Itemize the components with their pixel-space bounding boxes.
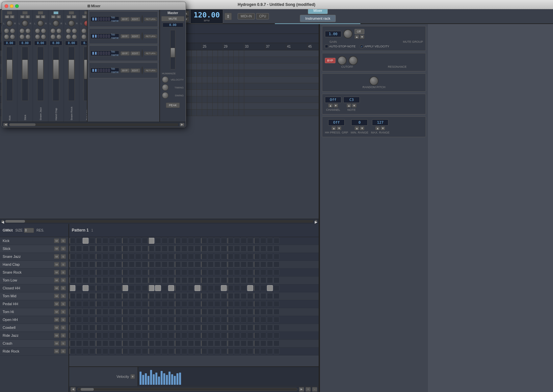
drum-step-14-4[interactable] bbox=[96, 348, 102, 354]
drum-step-6-24[interactable] bbox=[227, 285, 233, 291]
drum-step-8-0[interactable] bbox=[69, 301, 75, 307]
swing-knob[interactable] bbox=[162, 92, 169, 99]
drum-step-6-26[interactable] bbox=[241, 285, 247, 291]
drum-mute-btn-5[interactable]: M bbox=[54, 278, 59, 282]
drum-step-13-15[interactable] bbox=[168, 340, 174, 346]
midi-in-button[interactable]: MIDI-IN bbox=[238, 13, 255, 19]
drum-step-0-17[interactable] bbox=[181, 238, 187, 244]
drum-step-10-5[interactable] bbox=[102, 317, 108, 323]
drum-step-0-11[interactable] bbox=[142, 238, 148, 244]
drum-step-3-30[interactable] bbox=[267, 261, 273, 267]
drum-step-3-31[interactable] bbox=[274, 261, 279, 267]
min-range-up[interactable]: ▲ bbox=[355, 126, 359, 130]
drum-step-5-5[interactable] bbox=[102, 277, 108, 283]
song-cell-9-26[interactable] bbox=[213, 110, 218, 116]
drum-step-12-12[interactable] bbox=[148, 332, 154, 338]
drum-step-5-26[interactable] bbox=[241, 277, 247, 283]
drum-step-13-28[interactable] bbox=[254, 340, 260, 346]
ch-pan-2[interactable] bbox=[37, 20, 44, 27]
song-cell-2-27[interactable] bbox=[218, 63, 223, 70]
drum-step-2-24[interactable] bbox=[227, 254, 233, 259]
drum-step-8-31[interactable] bbox=[274, 301, 279, 307]
drum-solo-btn-9[interactable]: S bbox=[61, 309, 66, 314]
scroll-track-bottom[interactable] bbox=[77, 388, 298, 391]
drum-step-3-25[interactable] bbox=[234, 261, 240, 267]
drum-step-0-15[interactable] bbox=[168, 238, 174, 244]
ch-fader-container-3[interactable] bbox=[53, 47, 59, 101]
drum-step-1-5[interactable] bbox=[102, 246, 108, 252]
ch-knob2-0[interactable] bbox=[10, 28, 15, 34]
drum-step-4-4[interactable] bbox=[96, 269, 102, 275]
drum-mute-btn-3[interactable]: M bbox=[54, 262, 59, 267]
drum-step-8-30[interactable] bbox=[267, 301, 273, 307]
drum-step-13-11[interactable] bbox=[142, 340, 148, 346]
song-cell-2-26[interactable] bbox=[213, 63, 218, 70]
drum-step-5-18[interactable] bbox=[188, 277, 194, 283]
scroll-right-btn[interactable]: ▶ bbox=[315, 220, 317, 223]
drum-step-14-9[interactable] bbox=[129, 348, 135, 354]
ch-mute-5[interactable]: M bbox=[82, 15, 87, 18]
drum-step-4-1[interactable] bbox=[76, 269, 82, 275]
drum-step-5-31[interactable] bbox=[274, 277, 279, 283]
drum-step-7-2[interactable] bbox=[83, 293, 89, 299]
mixer-min-button[interactable] bbox=[10, 4, 13, 8]
ch-knob4-4[interactable] bbox=[72, 34, 77, 39]
drum-step-12-14[interactable] bbox=[162, 332, 168, 338]
song-cell-0-30[interactable] bbox=[234, 50, 239, 57]
drum-step-11-27[interactable] bbox=[247, 325, 253, 331]
song-cell-6-26[interactable] bbox=[213, 90, 218, 96]
song-cell-6-22[interactable] bbox=[192, 90, 197, 96]
drum-step-8-6[interactable] bbox=[109, 301, 115, 307]
drum-step-12-30[interactable] bbox=[267, 332, 273, 338]
drum-step-6-4[interactable] bbox=[96, 285, 102, 291]
song-cell-3-25[interactable] bbox=[207, 70, 213, 76]
song-cell-2-23[interactable] bbox=[197, 63, 202, 70]
max-range-up[interactable]: ▲ bbox=[375, 126, 380, 130]
ch-fader-0[interactable] bbox=[7, 60, 13, 79]
drum-step-0-7[interactable] bbox=[116, 238, 121, 244]
drum-step-9-2[interactable] bbox=[83, 309, 89, 315]
drum-step-5-22[interactable] bbox=[214, 277, 220, 283]
drum-step-0-14[interactable] bbox=[162, 238, 168, 244]
mixer-scroll-track[interactable] bbox=[9, 123, 178, 126]
drum-step-2-20[interactable] bbox=[201, 254, 207, 259]
drum-step-1-13[interactable] bbox=[155, 246, 161, 252]
drum-step-1-21[interactable] bbox=[208, 246, 214, 252]
drum-step-14-23[interactable] bbox=[221, 348, 227, 354]
drum-step-7-1[interactable] bbox=[76, 293, 82, 299]
drum-step-12-26[interactable] bbox=[241, 332, 247, 338]
drum-step-5-9[interactable] bbox=[129, 277, 135, 283]
drum-step-6-25[interactable] bbox=[234, 285, 240, 291]
velocity-bar-4[interactable] bbox=[150, 370, 152, 385]
drum-step-13-16[interactable] bbox=[175, 340, 181, 346]
drum-step-12-29[interactable] bbox=[260, 332, 266, 338]
velocity-bar-7[interactable] bbox=[158, 377, 160, 385]
drum-step-13-20[interactable] bbox=[201, 340, 207, 346]
song-cell-5-21[interactable] bbox=[186, 83, 192, 89]
drum-step-5-16[interactable] bbox=[175, 277, 181, 283]
ch-pan-5[interactable] bbox=[84, 20, 87, 27]
mixer-max-button[interactable] bbox=[15, 4, 19, 8]
drum-step-7-18[interactable] bbox=[188, 293, 194, 299]
drum-step-14-24[interactable] bbox=[227, 348, 233, 354]
drum-step-7-30[interactable] bbox=[267, 293, 273, 299]
drum-step-11-31[interactable] bbox=[274, 325, 279, 331]
drum-step-11-8[interactable] bbox=[122, 325, 128, 331]
drum-step-0-21[interactable] bbox=[208, 238, 214, 244]
drum-step-2-3[interactable] bbox=[89, 254, 95, 259]
drum-step-8-15[interactable] bbox=[168, 301, 174, 307]
drum-step-4-24[interactable] bbox=[227, 269, 233, 275]
drum-step-5-2[interactable] bbox=[83, 277, 89, 283]
drum-step-7-5[interactable] bbox=[102, 293, 108, 299]
drum-step-12-20[interactable] bbox=[201, 332, 207, 338]
drum-step-6-22[interactable] bbox=[214, 285, 220, 291]
drum-step-10-30[interactable] bbox=[267, 317, 273, 323]
drum-step-2-31[interactable] bbox=[274, 254, 279, 259]
drum-step-6-18[interactable] bbox=[188, 285, 194, 291]
song-cell-3-27[interactable] bbox=[218, 70, 223, 76]
song-cell-6-29[interactable] bbox=[228, 90, 234, 96]
drum-step-0-2[interactable] bbox=[83, 238, 89, 244]
drum-step-6-15[interactable] bbox=[168, 285, 174, 291]
drum-step-14-31[interactable] bbox=[274, 348, 279, 354]
song-cell-7-30[interactable] bbox=[234, 96, 239, 103]
